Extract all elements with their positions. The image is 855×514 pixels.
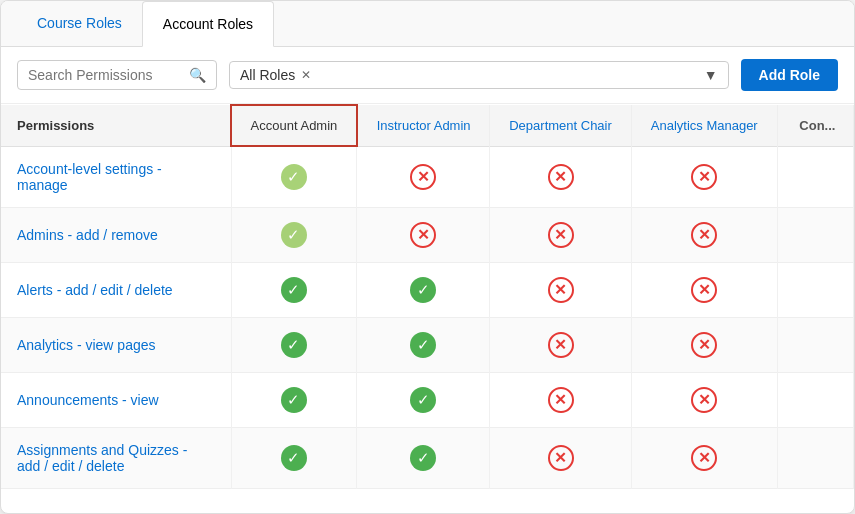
con-cell (777, 146, 853, 207)
check-icon[interactable]: ✓ (410, 387, 436, 413)
x-icon[interactable]: ✕ (691, 445, 717, 471)
search-icon: 🔍 (189, 67, 206, 83)
check-icon[interactable]: ✓ (410, 332, 436, 358)
col-analytics-manager[interactable]: Analytics Manager (631, 105, 777, 146)
account-admin-cell[interactable]: ✓ (231, 372, 357, 427)
permission-name[interactable]: Analytics - view pages (1, 317, 231, 372)
analytics-manager-cell[interactable]: ✕ (631, 207, 777, 262)
x-icon[interactable]: ✕ (548, 277, 574, 303)
permission-name[interactable]: Announcements - view (1, 372, 231, 427)
con-cell (777, 262, 853, 317)
table-row: Admins - add / remove ✓ ✕ ✕ ✕ (1, 207, 854, 262)
instructor-admin-cell[interactable]: ✕ (357, 146, 490, 207)
x-icon[interactable]: ✕ (548, 445, 574, 471)
instructor-admin-cell[interactable]: ✓ (357, 317, 490, 372)
x-icon[interactable]: ✕ (691, 277, 717, 303)
permission-name[interactable]: Admins - add / remove (1, 207, 231, 262)
analytics-manager-cell[interactable]: ✕ (631, 262, 777, 317)
table-row: Assignments and Quizzes - add / edit / d… (1, 427, 854, 488)
add-role-button[interactable]: Add Role (741, 59, 838, 91)
table-row: Analytics - view pages ✓ ✓ ✕ ✕ (1, 317, 854, 372)
col-instructor-admin[interactable]: Instructor Admin (357, 105, 490, 146)
instructor-admin-cell[interactable]: ✕ (357, 207, 490, 262)
con-cell (777, 372, 853, 427)
table-row: Announcements - view ✓ ✓ ✕ ✕ (1, 372, 854, 427)
x-icon[interactable]: ✕ (548, 387, 574, 413)
tab-course-roles[interactable]: Course Roles (17, 1, 142, 46)
search-input[interactable] (28, 67, 183, 83)
col-department-chair[interactable]: Department Chair (490, 105, 631, 146)
filter-area[interactable]: All Roles ✕ ▼ (229, 61, 729, 89)
analytics-manager-cell[interactable]: ✕ (631, 372, 777, 427)
instructor-admin-cell[interactable]: ✓ (357, 427, 490, 488)
check-icon[interactable]: ✓ (281, 332, 307, 358)
analytics-manager-cell[interactable]: ✕ (631, 317, 777, 372)
filter-remove-icon[interactable]: ✕ (301, 68, 311, 82)
con-cell (777, 427, 853, 488)
check-light-icon[interactable]: ✓ (281, 222, 307, 248)
department-chair-cell[interactable]: ✕ (490, 372, 631, 427)
chevron-down-icon[interactable]: ▼ (704, 67, 718, 83)
x-icon[interactable]: ✕ (691, 222, 717, 248)
account-admin-cell[interactable]: ✓ (231, 262, 357, 317)
table-row: Alerts - add / edit / delete ✓ ✓ ✕ ✕ (1, 262, 854, 317)
permission-name[interactable]: Account-level settings - manage (1, 146, 231, 207)
table-header-row: Permissions Account Admin Instructor Adm… (1, 105, 854, 146)
x-icon[interactable]: ✕ (548, 222, 574, 248)
check-icon[interactable]: ✓ (281, 277, 307, 303)
toolbar: 🔍 All Roles ✕ ▼ Add Role (1, 47, 854, 104)
department-chair-cell[interactable]: ✕ (490, 207, 631, 262)
account-admin-cell[interactable]: ✓ (231, 427, 357, 488)
con-cell (777, 317, 853, 372)
analytics-manager-cell[interactable]: ✕ (631, 427, 777, 488)
table-row: Account-level settings - manage ✓ ✕ ✕ ✕ (1, 146, 854, 207)
instructor-admin-cell[interactable]: ✓ (357, 262, 490, 317)
department-chair-cell[interactable]: ✕ (490, 317, 631, 372)
analytics-manager-cell[interactable]: ✕ (631, 146, 777, 207)
instructor-admin-cell[interactable]: ✓ (357, 372, 490, 427)
x-icon[interactable]: ✕ (691, 387, 717, 413)
tab-account-roles[interactable]: Account Roles (142, 1, 274, 47)
x-icon[interactable]: ✕ (548, 164, 574, 190)
check-icon[interactable]: ✓ (410, 277, 436, 303)
account-admin-cell[interactable]: ✓ (231, 317, 357, 372)
search-box[interactable]: 🔍 (17, 60, 217, 90)
account-admin-cell[interactable]: ✓ (231, 146, 357, 207)
check-icon[interactable]: ✓ (281, 387, 307, 413)
permission-name[interactable]: Alerts - add / edit / delete (1, 262, 231, 317)
account-admin-cell[interactable]: ✓ (231, 207, 357, 262)
x-icon[interactable]: ✕ (548, 332, 574, 358)
check-icon[interactable]: ✓ (281, 445, 307, 471)
tabs-container: Course Roles Account Roles (1, 1, 854, 47)
department-chair-cell[interactable]: ✕ (490, 146, 631, 207)
check-icon[interactable]: ✓ (410, 445, 436, 471)
col-account-admin[interactable]: Account Admin (231, 105, 357, 146)
department-chair-cell[interactable]: ✕ (490, 427, 631, 488)
check-light-icon[interactable]: ✓ (281, 164, 307, 190)
permission-name[interactable]: Assignments and Quizzes - add / edit / d… (1, 427, 231, 488)
permissions-table: Permissions Account Admin Instructor Adm… (1, 104, 854, 489)
permissions-table-container: Permissions Account Admin Instructor Adm… (1, 104, 854, 489)
department-chair-cell[interactable]: ✕ (490, 262, 631, 317)
x-icon[interactable]: ✕ (410, 164, 436, 190)
x-icon[interactable]: ✕ (691, 164, 717, 190)
con-cell (777, 207, 853, 262)
x-icon[interactable]: ✕ (410, 222, 436, 248)
col-permissions: Permissions (1, 105, 231, 146)
app-window: Course Roles Account Roles 🔍 All Roles ✕… (0, 0, 855, 514)
filter-tag: All Roles ✕ (240, 67, 311, 83)
col-con: Con... (777, 105, 853, 146)
x-icon[interactable]: ✕ (691, 332, 717, 358)
